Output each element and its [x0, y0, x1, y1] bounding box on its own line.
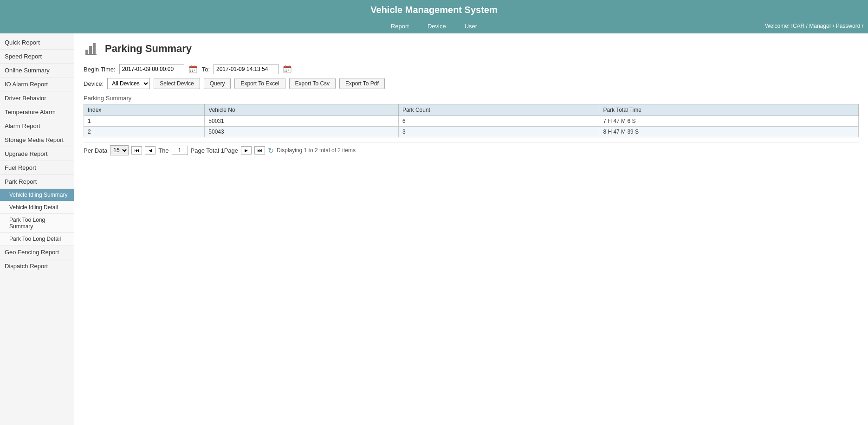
sidebar-item-temperature-alarm[interactable]: Temperature Alarm: [0, 105, 74, 119]
pagination-bar: Per Data 15 25 50 ⏮ ◄ The Page Total 1Pa…: [84, 142, 859, 158]
nav-device[interactable]: Device: [428, 23, 446, 30]
export-excel-button[interactable]: Export To Excel: [234, 78, 285, 89]
device-select[interactable]: All Devices: [107, 78, 150, 89]
total-pages-label: Page Total 1Page: [191, 147, 238, 154]
page-icon: [84, 40, 100, 57]
svg-rect-15: [285, 65, 286, 67]
sidebar-item-alarm-report[interactable]: Alarm Report: [0, 119, 74, 133]
svg-rect-5: [189, 66, 197, 68]
nav-bar: Report Device User Welcome! ICAR / Manag…: [0, 19, 868, 33]
table-row: 25004338 H 47 M 39 S: [84, 127, 859, 137]
parking-summary-table: Index Vehicle No Park Count Park Total T…: [84, 104, 859, 137]
svg-rect-8: [190, 70, 191, 71]
welcome-text: Welcome! ICAR / Manager / Password /: [765, 23, 863, 29]
sidebar-item-io-alarm-report[interactable]: IO Alarm Report: [0, 77, 74, 91]
svg-rect-17: [285, 70, 285, 71]
svg-rect-21: [286, 71, 287, 72]
app-header: Vehicle Management System Report Device …: [0, 0, 868, 33]
per-data-label: Per Data: [84, 147, 107, 154]
table-section-label: Parking Summary: [84, 95, 859, 102]
svg-rect-7: [194, 65, 195, 67]
svg-rect-9: [192, 70, 193, 71]
table-header-row: Index Vehicle No Park Count Park Total T…: [84, 104, 859, 116]
sidebar-item-fuel-report[interactable]: Fuel Report: [0, 161, 74, 175]
sidebar-item-dispatch-report[interactable]: Dispatch Report: [0, 259, 74, 273]
sidebar-sub-item-vehicle-idling-detail[interactable]: Vehicle Idling Detail: [0, 201, 74, 214]
svg-rect-12: [192, 71, 193, 72]
next-page-btn[interactable]: ►: [241, 146, 252, 155]
main-layout: Quick Report Speed Report Online Summary…: [0, 33, 868, 425]
col-park-count: Park Count: [398, 104, 599, 116]
nav-report[interactable]: Report: [391, 23, 409, 30]
page-header: Parking Summary: [84, 40, 859, 57]
export-csv-button[interactable]: Export To Csv: [289, 78, 336, 89]
filter-row-time: Begin Time: To:: [84, 64, 859, 74]
select-device-button[interactable]: Select Device: [154, 78, 200, 89]
sidebar-item-online-summary[interactable]: Online Summary: [0, 64, 74, 77]
sidebar-sub-item-park-too-long-summary[interactable]: Park Too Long Summary: [0, 214, 74, 233]
to-label: To:: [202, 66, 210, 73]
device-label: Device:: [84, 80, 104, 87]
sidebar-sub-item-vehicle-idling-summary[interactable]: Vehicle Idling Summary: [0, 189, 74, 201]
main-content: Parking Summary Begin Time:: [74, 33, 868, 425]
device-row: Device: All Devices Select Device Query …: [84, 78, 859, 89]
per-data-select[interactable]: 15 25 50: [110, 145, 129, 155]
app-title: Vehicle Management System: [0, 5, 868, 19]
query-button[interactable]: Query: [204, 78, 231, 89]
page-number-input[interactable]: [172, 146, 188, 155]
sidebar-item-storage-media-report[interactable]: Storage Media Report: [0, 133, 74, 147]
to-time-calendar-btn[interactable]: [282, 64, 292, 74]
begin-time-label: Begin Time:: [84, 66, 116, 73]
svg-rect-2: [93, 43, 96, 54]
begin-time-calendar-btn[interactable]: [188, 64, 198, 74]
page-title: Parking Summary: [105, 43, 192, 55]
col-park-total-time: Park Total Time: [599, 104, 859, 116]
svg-rect-1: [89, 46, 92, 54]
svg-rect-0: [85, 50, 88, 54]
svg-rect-20: [285, 71, 285, 72]
svg-rect-11: [190, 71, 191, 72]
svg-rect-16: [289, 65, 290, 67]
svg-rect-14: [284, 66, 291, 68]
col-index: Index: [84, 104, 205, 116]
the-label: The: [158, 147, 168, 154]
to-time-input[interactable]: [214, 64, 279, 74]
table-row: 15003167 H 47 M 6 S: [84, 116, 859, 127]
sidebar-item-quick-report[interactable]: Quick Report: [0, 36, 74, 50]
first-page-btn[interactable]: ⏮: [131, 146, 142, 155]
sidebar-item-driver-behavior[interactable]: Driver Behavior: [0, 91, 74, 105]
sidebar: Quick Report Speed Report Online Summary…: [0, 33, 74, 425]
display-info: Displaying 1 to 2 total of 2 items: [277, 147, 356, 154]
begin-time-input[interactable]: [119, 64, 184, 74]
svg-rect-18: [286, 70, 287, 71]
col-vehicle-no: Vehicle No: [205, 104, 399, 116]
refresh-btn[interactable]: ↻: [268, 146, 274, 155]
sidebar-item-geo-fencing-report[interactable]: Geo Fencing Report: [0, 245, 74, 259]
sidebar-item-upgrade-report[interactable]: Upgrade Report: [0, 147, 74, 161]
prev-page-btn[interactable]: ◄: [145, 146, 155, 155]
sidebar-sub-item-park-too-long-detail[interactable]: Park Too Long Detail: [0, 233, 74, 245]
sidebar-item-speed-report[interactable]: Speed Report: [0, 50, 74, 64]
export-pdf-button[interactable]: Export To Pdf: [339, 78, 385, 89]
svg-rect-6: [191, 65, 192, 67]
last-page-btn[interactable]: ⏭: [254, 146, 265, 155]
svg-rect-19: [288, 70, 289, 71]
table-wrapper: Index Vehicle No Park Count Park Total T…: [84, 104, 859, 137]
nav-user[interactable]: User: [465, 23, 477, 30]
svg-rect-10: [194, 70, 195, 71]
sidebar-item-park-report[interactable]: Park Report: [0, 175, 74, 189]
